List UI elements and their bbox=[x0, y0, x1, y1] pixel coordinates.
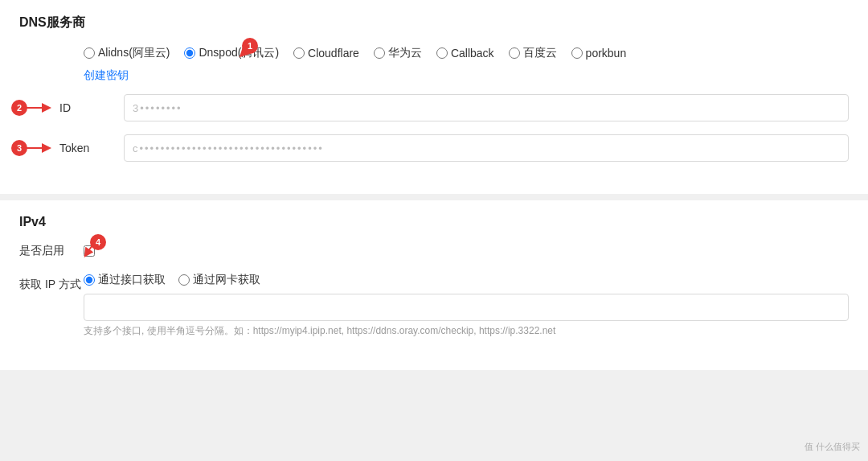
radio-baidu[interactable]: 百度云 bbox=[509, 46, 557, 60]
radio-callback-input[interactable] bbox=[436, 47, 448, 59]
token-input[interactable] bbox=[124, 134, 849, 162]
radio-interface-label: 通过接口获取 bbox=[98, 273, 166, 287]
radio-huawei[interactable]: 华为云 bbox=[374, 46, 422, 60]
id-input[interactable] bbox=[124, 94, 849, 121]
ip-method-area: 通过接口获取 通过网卡获取 https://myip4.ipip.net, ht… bbox=[84, 273, 849, 338]
ipv4-section-title: IPv4 bbox=[19, 215, 849, 229]
radio-nic-label: 通过网卡获取 bbox=[193, 273, 260, 287]
radio-nic[interactable]: 通过网卡获取 bbox=[178, 273, 260, 287]
radio-dnspod-label: Dnspod(腾讯云) bbox=[199, 46, 279, 60]
id-form-row: 2 ID bbox=[19, 94, 849, 121]
token-form-row: 3 Token bbox=[19, 134, 849, 162]
ipv4-section: IPv4 4 是否启用 获取 IP bbox=[0, 200, 868, 370]
radio-dnspod[interactable]: Dnspod(腾讯云) bbox=[184, 46, 279, 60]
enable-checkbox[interactable] bbox=[84, 245, 95, 257]
radio-alidns-input[interactable] bbox=[84, 47, 95, 59]
radio-callback-label: Callback bbox=[451, 47, 494, 60]
dns-section: DNS服务商 1 Alidns(阿里云) bbox=[0, 0, 868, 194]
radio-porkbun-input[interactable] bbox=[571, 47, 583, 59]
ip-method-form-row: 获取 IP 方式 通过接口获取 通过网卡获取 https://myip4.ipi… bbox=[19, 273, 849, 338]
radio-cloudflare-label: Cloudflare bbox=[308, 47, 359, 60]
dns-provider-radio-group: Alidns(阿里云) Dnspod(腾讯云) Cloudflare 华为云 C… bbox=[84, 46, 849, 60]
dns-section-title: DNS服务商 bbox=[19, 14, 849, 31]
token-label: Token bbox=[19, 142, 124, 154]
enable-label: 是否启用 bbox=[19, 244, 84, 258]
radio-interface-input[interactable] bbox=[84, 274, 95, 286]
radio-alidns[interactable]: Alidns(阿里云) bbox=[84, 46, 170, 60]
radio-interface[interactable]: 通过接口获取 bbox=[84, 273, 166, 287]
radio-cloudflare[interactable]: Cloudflare bbox=[293, 47, 359, 60]
ip-method-label: 获取 IP 方式 bbox=[19, 273, 84, 292]
url-hint: 支持多个接口, 使用半角逗号分隔。如：https://myip4.ipip.ne… bbox=[84, 324, 849, 338]
id-label: ID bbox=[19, 101, 124, 114]
radio-huawei-label: 华为云 bbox=[388, 46, 422, 60]
url-input[interactable]: https://myip4.ipip.net, https://ddns.ora… bbox=[84, 294, 849, 321]
enable-checkbox-container bbox=[84, 245, 95, 257]
radio-dnspod-input[interactable] bbox=[184, 47, 195, 59]
enable-form-row: 4 是否启用 bbox=[19, 244, 849, 258]
radio-huawei-input[interactable] bbox=[374, 47, 385, 59]
radio-porkbun-label: porkbun bbox=[586, 47, 627, 60]
radio-nic-input[interactable] bbox=[178, 274, 190, 286]
radio-baidu-label: 百度云 bbox=[523, 46, 557, 60]
radio-porkbun[interactable]: porkbun bbox=[571, 47, 627, 60]
radio-alidns-label: Alidns(阿里云) bbox=[98, 46, 170, 60]
radio-callback[interactable]: Callback bbox=[436, 47, 494, 60]
create-key-link[interactable]: 创建密钥 bbox=[84, 68, 849, 83]
ip-method-radio-group: 通过接口获取 通过网卡获取 bbox=[84, 273, 849, 287]
radio-baidu-input[interactable] bbox=[509, 47, 520, 59]
radio-cloudflare-input[interactable] bbox=[293, 47, 305, 59]
watermark: 值 什么值得买 bbox=[805, 441, 860, 453]
page-container: DNS服务商 1 Alidns(阿里云) bbox=[0, 0, 868, 461]
